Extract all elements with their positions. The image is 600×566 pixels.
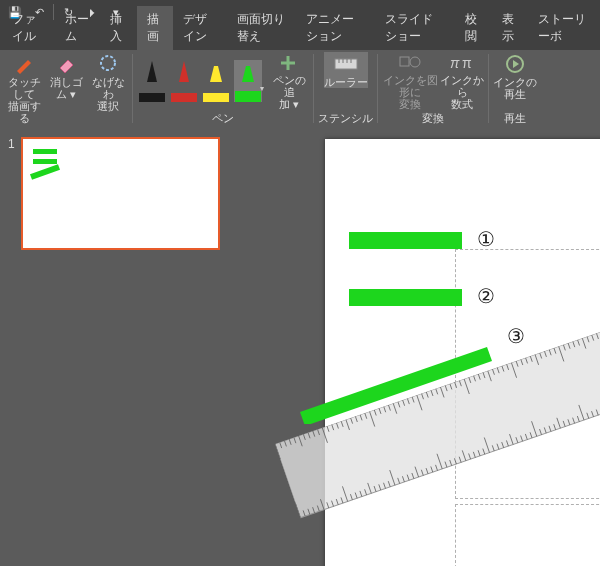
add-pen-button[interactable]: ペンの追加 ▾	[269, 52, 309, 110]
slide-edit-area[interactable]: ① ② ③	[245, 127, 600, 566]
replay-icon	[504, 54, 526, 74]
group-stencil-label: ステンシル	[318, 111, 373, 126]
tab-transitions[interactable]: 画面切り替え	[227, 6, 297, 50]
ink-stroke-1[interactable]	[349, 232, 462, 249]
ruler-icon	[334, 54, 358, 74]
eraser-button[interactable]: 消しゴム ▾	[46, 52, 86, 100]
svg-rect-1	[335, 59, 357, 69]
group-pens: ▾ ペンの追加 ▾ ペン	[133, 50, 313, 127]
pen-black[interactable]	[138, 60, 166, 102]
pen-color-swatch	[171, 93, 197, 102]
tab-view[interactable]: 表示	[492, 6, 529, 50]
slide-thumbnail-number: 1	[8, 137, 15, 250]
eraser-icon	[56, 54, 76, 74]
svg-rect-2	[400, 57, 409, 66]
annotation-3: ③	[507, 324, 525, 348]
slide-thumbnail-pane: 1	[0, 127, 245, 566]
group-convert: インクを図形に変換 ππ インクから数式 変換	[378, 50, 488, 127]
pen-nib-icon	[176, 60, 192, 82]
ink-to-shape-label: インクを図形に変換	[382, 74, 438, 110]
annotation-1: ①	[477, 227, 495, 251]
svg-rect-7	[33, 149, 57, 154]
ink-to-math-button[interactable]: ππ インクから数式	[440, 52, 484, 110]
ruler-button[interactable]: ルーラー	[324, 52, 368, 88]
group-convert-label: 変換	[422, 111, 444, 126]
touch-draw-label: タッチして描画する	[4, 76, 44, 124]
pen-color-swatch	[139, 93, 165, 102]
pen-nib-icon	[144, 60, 160, 82]
workspace: 1 ① ② ③	[0, 127, 600, 566]
tab-insert[interactable]: 挿入	[100, 6, 137, 50]
ink-to-shape-button[interactable]: インクを図形に変換	[382, 52, 438, 110]
group-stencil: ルーラー ステンシル	[314, 50, 377, 127]
add-pen-label: ペンの追加 ▾	[269, 74, 309, 110]
ink-stroke-2[interactable]	[349, 289, 462, 306]
tab-draw[interactable]: 描画	[137, 6, 174, 50]
chevron-down-icon: ▾	[260, 84, 264, 93]
svg-point-3	[410, 57, 420, 67]
ink-to-math-label: インクから数式	[440, 74, 484, 110]
pen-red[interactable]	[170, 60, 198, 102]
pen-yellow-highlighter[interactable]	[202, 60, 230, 102]
tab-slideshow[interactable]: スライド ショー	[375, 6, 455, 50]
tab-home[interactable]: ホーム	[55, 6, 100, 50]
group-replay-label: 再生	[504, 111, 526, 126]
ink-replay-label: インクの再生	[493, 76, 537, 100]
pen-color-swatch	[203, 93, 229, 102]
highlighter-nib-icon	[240, 60, 256, 82]
tab-file[interactable]: ファイル	[2, 6, 55, 50]
tab-animations[interactable]: アニメーション	[296, 6, 374, 50]
ink-preview-icon	[29, 145, 79, 185]
ribbon: タッチして描画する 消しゴム ▾ なげなわ選択 ツール	[0, 50, 600, 127]
group-pens-label: ペン	[212, 111, 234, 126]
ink-to-math-icon: ππ	[450, 54, 474, 72]
eraser-label: 消しゴム ▾	[50, 76, 83, 100]
subtitle-placeholder[interactable]	[455, 504, 600, 566]
lasso-label: なげなわ選択	[88, 76, 128, 112]
pen-color-swatch	[235, 91, 261, 102]
tab-review[interactable]: 校閲	[455, 6, 492, 50]
pen-green-highlighter[interactable]: ▾	[234, 60, 262, 102]
ruler-label: ルーラー	[324, 76, 368, 88]
tab-storyboard[interactable]: ストーリーボ	[528, 6, 598, 50]
group-tools: タッチして描画する 消しゴム ▾ なげなわ選択 ツール	[0, 50, 132, 127]
slide-thumbnail-preview	[21, 137, 220, 250]
highlighter-nib-icon	[208, 60, 224, 82]
svg-rect-8	[33, 159, 57, 164]
lasso-icon	[98, 54, 118, 74]
svg-text:π: π	[462, 55, 472, 71]
annotation-2: ②	[477, 284, 495, 308]
tab-design[interactable]: デザイン	[173, 6, 226, 50]
group-replay: インクの再生 再生	[489, 50, 541, 127]
svg-point-0	[101, 56, 115, 70]
slide-canvas[interactable]: ① ② ③	[325, 139, 600, 566]
ink-to-shape-icon	[398, 54, 422, 72]
plus-icon	[280, 54, 298, 72]
lasso-select-button[interactable]: なげなわ選択	[88, 52, 128, 112]
touch-draw-icon	[14, 54, 34, 74]
svg-text:π: π	[450, 55, 460, 71]
ink-replay-button[interactable]: インクの再生	[493, 52, 537, 100]
ribbon-tabs: ファイル ホーム 挿入 描画 デザイン 画面切り替え アニメーション スライド …	[0, 24, 600, 50]
slide-thumbnail[interactable]: 1	[8, 137, 237, 250]
touch-draw-button[interactable]: タッチして描画する	[4, 52, 44, 124]
